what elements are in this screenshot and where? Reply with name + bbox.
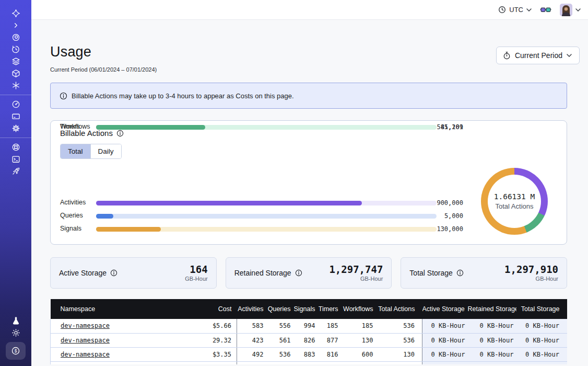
- support-lifebuoy-icon[interactable]: [0, 141, 31, 153]
- total-actions-donut: 1.66131 M Total Actions: [481, 168, 548, 235]
- cell-workflows: 600: [342, 347, 377, 361]
- total-storage-unit: GB-Hour: [504, 276, 558, 282]
- retained-storage-value: 1,297,747: [329, 264, 383, 274]
- col-queries[interactable]: Queries: [267, 299, 294, 319]
- table-header: Namespace Cost Activities Queries Signal…: [51, 299, 568, 319]
- sidebar-divider: [0, 138, 31, 138]
- cell-queries: 556: [267, 319, 294, 333]
- active-storage-card: Active Storage 164 GB-Hour: [50, 257, 217, 289]
- history-icon[interactable]: [0, 43, 31, 55]
- chevron-down-icon: [567, 54, 572, 57]
- col-total-storage[interactable]: Total Storage: [516, 299, 568, 319]
- col-active-storage[interactable]: Active Storage: [422, 299, 468, 319]
- collapse-chevron-icon[interactable]: [0, 19, 31, 31]
- active-storage-unit: GB-Hour: [185, 276, 207, 282]
- page-subtitle: Current Period (06/01/2024 – 07/01/2024): [50, 66, 157, 73]
- feedback-terminal-icon[interactable]: [0, 153, 31, 165]
- info-icon[interactable]: [295, 269, 302, 277]
- cell-timers: 185: [319, 319, 342, 333]
- cell-signals: 826: [294, 333, 319, 347]
- cell-queries: 536: [267, 347, 294, 361]
- svg-text:$: $: [15, 348, 17, 353]
- page-title: Usage: [50, 44, 91, 60]
- cell-total-actions: 130: [377, 347, 422, 361]
- timezone-label: UTC: [509, 6, 523, 14]
- nexus-asterisk-icon[interactable]: [0, 79, 31, 92]
- storage-summary-row: Active Storage 164 GB-Hour Retained Stor…: [50, 257, 567, 289]
- col-retained-storage[interactable]: Retained Storage: [468, 299, 516, 319]
- usage-bar-row-workflows: Workflows 541,109: [60, 121, 557, 134]
- bar-value: 900,000: [437, 199, 463, 207]
- storage-label-text: Total Storage: [409, 269, 453, 277]
- col-timers[interactable]: Timers: [319, 299, 342, 319]
- bar-value: 5,000: [444, 212, 463, 220]
- retained-storage-unit: GB-Hour: [329, 276, 383, 282]
- cell-total-actions: 536: [377, 333, 422, 347]
- storage-label-text: Retained Storage: [234, 269, 291, 277]
- cell-activities: 583: [237, 319, 267, 333]
- cell-signals: 994: [294, 319, 319, 333]
- cell-timers: 877: [319, 333, 342, 347]
- cell-total-storage: 0 KB-Hour: [516, 347, 568, 361]
- account-menu[interactable]: [560, 4, 581, 16]
- retained-storage-card: Retained Storage 1,297,747 GB-Hour: [226, 257, 392, 289]
- total-storage-card: Total Storage 1,297,910 GB-Hour: [401, 257, 567, 289]
- total-storage-value: 1,297,910: [504, 264, 558, 274]
- cell-active-storage: 0 KB-Hour: [422, 319, 468, 333]
- col-activities[interactable]: Activities: [237, 299, 267, 319]
- cell-retained-storage: 0 KB-Hour: [468, 333, 516, 347]
- cell-activities: 423: [237, 333, 267, 347]
- cell-retained-storage: 0 KB-Hour: [468, 347, 516, 361]
- namespace-link[interactable]: dev-namespace: [61, 351, 110, 358]
- timezone-selector[interactable]: UTC: [498, 6, 532, 14]
- donut-center: 1.66131 M Total Actions: [488, 175, 541, 228]
- settings-gear-icon[interactable]: [0, 122, 31, 134]
- info-banner: Billable Actions may take up to 3-4 hour…: [50, 83, 567, 109]
- theme-sun-icon[interactable]: [0, 327, 31, 339]
- retained-storage-label: Retained Storage: [234, 269, 302, 277]
- col-cost[interactable]: Cost: [186, 299, 237, 319]
- period-selector-button[interactable]: Current Period: [496, 47, 580, 64]
- info-icon[interactable]: [110, 269, 117, 277]
- tab-daily[interactable]: Daily: [90, 144, 121, 158]
- active-storage-value: 164: [185, 264, 207, 274]
- layers-icon[interactable]: [0, 55, 31, 67]
- bar-value: 130,000: [437, 225, 463, 233]
- col-total-actions[interactable]: Total Actions: [377, 299, 422, 319]
- total-storage-label: Total Storage: [409, 269, 464, 277]
- credits-dollar-button[interactable]: $: [6, 342, 26, 360]
- info-icon: [60, 92, 67, 100]
- temporal-logo-icon[interactable]: [0, 7, 31, 19]
- tab-total[interactable]: Total: [61, 144, 90, 158]
- cell-total-storage: 0 KB-Hour: [516, 333, 568, 347]
- stopwatch-icon: [503, 51, 511, 60]
- deployments-cube-icon[interactable]: [0, 67, 31, 79]
- cell-total-actions: 536: [377, 319, 422, 333]
- bar-track: [96, 125, 437, 130]
- cell-workflows: 130: [342, 333, 377, 347]
- bar-label: Queries: [60, 212, 83, 219]
- 3d-glasses-icon[interactable]: [540, 6, 551, 14]
- col-namespace[interactable]: Namespace: [51, 299, 186, 319]
- namespace-link[interactable]: dev-namespace: [61, 337, 110, 344]
- namespaces-icon[interactable]: [0, 31, 31, 43]
- billing-card-icon[interactable]: [0, 110, 31, 122]
- usage-page: $ UTC Usage Current Period (06/01/2024 –…: [0, 0, 588, 366]
- bar-fill: [96, 201, 362, 205]
- clock-icon: [498, 6, 506, 14]
- bar-label: Activities: [60, 199, 86, 206]
- getting-started-rocket-icon[interactable]: [0, 165, 31, 177]
- namespace-usage-table: Namespace Cost Activities Queries Signal…: [50, 299, 567, 364]
- col-workflows[interactable]: Workflows: [342, 299, 377, 319]
- usage-bar-row-signals: Signals 130,000: [60, 223, 557, 236]
- bar-track: [96, 214, 437, 219]
- billable-view-tabs: Total Daily: [60, 144, 122, 159]
- labs-flask-icon[interactable]: [0, 315, 31, 327]
- bar-fill: [96, 227, 161, 232]
- usage-gauge-icon[interactable]: [0, 98, 31, 110]
- bar-track: [96, 201, 437, 205]
- info-icon[interactable]: [456, 269, 464, 277]
- col-signals[interactable]: Signals: [294, 299, 319, 319]
- sidebar: $: [0, 0, 31, 366]
- namespace-link[interactable]: dev-namespace: [61, 322, 110, 329]
